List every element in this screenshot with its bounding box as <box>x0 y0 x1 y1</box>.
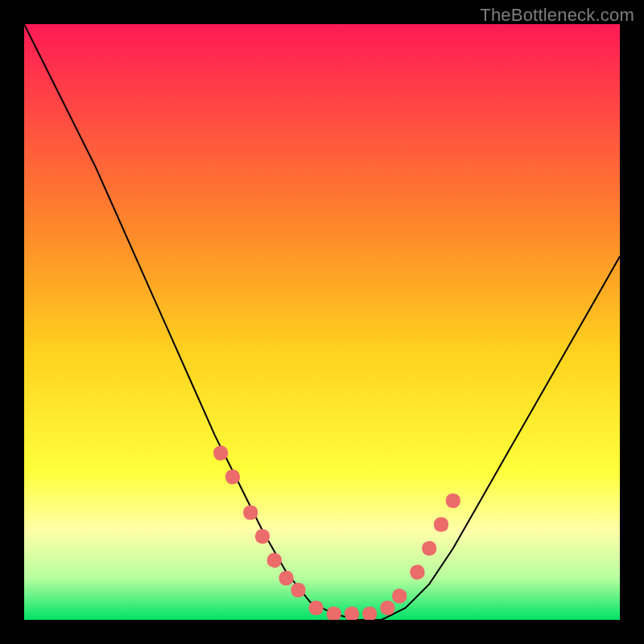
marker-point <box>291 583 306 598</box>
chart-frame: TheBottleneck.com <box>0 0 644 644</box>
marker-point <box>380 601 395 616</box>
plot-area <box>24 24 620 620</box>
chart-svg <box>24 24 620 620</box>
gradient-background <box>24 24 620 620</box>
marker-point <box>434 518 448 532</box>
marker-point <box>243 506 258 520</box>
watermark-text: TheBottleneck.com <box>480 5 634 26</box>
